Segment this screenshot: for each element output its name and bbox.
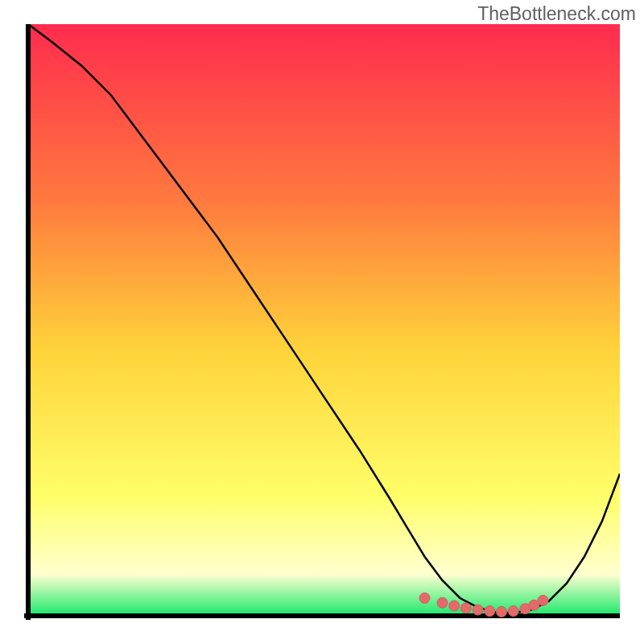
- plot-area: [24, 24, 620, 620]
- optimal-marker: [419, 593, 430, 604]
- watermark-text: TheBottleneck.com: [477, 3, 636, 25]
- optimal-marker: [485, 606, 495, 617]
- optimal-marker: [437, 597, 448, 608]
- optimal-marker: [460, 603, 471, 613]
- chart-svg: [24, 24, 620, 620]
- chart-stage: TheBottleneck.com: [0, 0, 644, 644]
- gradient-background: [28, 24, 620, 616]
- optimal-marker: [497, 606, 507, 617]
- optimal-marker: [473, 605, 483, 615]
- optimal-marker: [508, 606, 518, 617]
- optimal-marker: [538, 595, 548, 605]
- optimal-marker: [449, 601, 460, 611]
